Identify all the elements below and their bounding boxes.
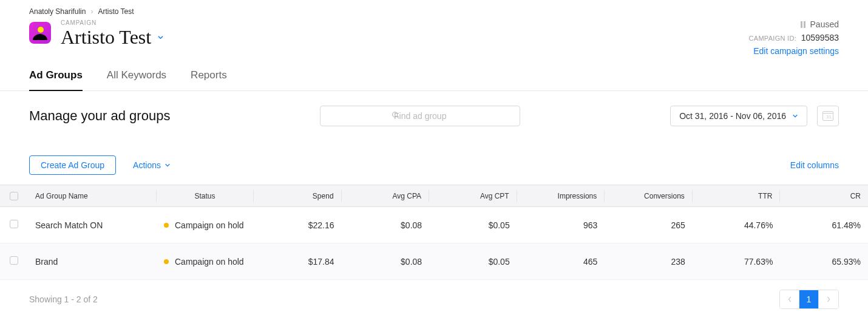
row-conversions: 265 <box>605 207 693 243</box>
pause-icon <box>801 21 805 28</box>
chevron-down-icon <box>164 162 171 168</box>
col-conversions[interactable]: Conversions <box>644 192 685 200</box>
tab-reports[interactable]: Reports <box>191 69 227 90</box>
col-status[interactable]: Status <box>194 192 215 200</box>
row-avg-cpa: $0.08 <box>342 207 430 243</box>
breadcrumb: Anatoly Sharifulin › Artisto Test <box>29 7 839 16</box>
date-range-button[interactable]: Oct 31, 2016 - Nov 06, 2016 <box>670 106 807 126</box>
search-wrap <box>320 106 520 126</box>
row-spend: $17.84 <box>254 243 342 280</box>
col-spend[interactable]: Spend <box>313 192 334 200</box>
col-avg-cpt[interactable]: Avg CPT <box>480 192 509 200</box>
table-row: Search Match ON Campaign on hold $22.16 … <box>0 207 868 243</box>
row-spend: $22.16 <box>254 207 342 243</box>
pager-next[interactable] <box>819 290 838 308</box>
row-cr: 65.93% <box>780 243 868 280</box>
col-cr[interactable]: CR <box>850 192 861 200</box>
row-avg-cpa: $0.08 <box>342 243 430 280</box>
search-input[interactable] <box>320 106 520 126</box>
row-cr: 61.48% <box>780 207 868 243</box>
svg-point-0 <box>393 112 398 117</box>
table-row: Brand Campaign on hold $17.84 $0.08 $0.0… <box>0 243 868 280</box>
row-ttr: 44.76% <box>693 207 781 243</box>
col-ttr[interactable]: TTR <box>758 192 772 200</box>
tab-ad-groups[interactable]: Ad Groups <box>29 69 83 91</box>
row-conversions: 238 <box>605 243 693 280</box>
section-title: Manage your ad groups <box>29 108 170 124</box>
col-avg-cpa[interactable]: Avg CPA <box>393 192 422 200</box>
row-impressions: 465 <box>517 243 605 280</box>
row-name[interactable]: Brand <box>35 257 58 267</box>
campaign-eyebrow: CAMPAIGN <box>61 19 749 26</box>
date-range-text: Oct 31, 2016 - Nov 06, 2016 <box>679 111 786 121</box>
calendar-button[interactable]: 31 <box>817 106 839 126</box>
row-ttr: 77.63% <box>693 243 781 280</box>
row-avg-cpt: $0.05 <box>429 207 517 243</box>
edit-campaign-settings-link[interactable]: Edit campaign settings <box>753 46 839 56</box>
select-all-checkbox[interactable] <box>10 192 18 200</box>
breadcrumb-campaign[interactable]: Artisto Test <box>98 7 134 16</box>
row-status: Campaign on hold <box>175 257 244 267</box>
col-name[interactable]: Ad Group Name <box>35 192 88 200</box>
campaign-id-label: CAMPAIGN ID: <box>749 35 797 42</box>
tab-all-keywords[interactable]: All Keywords <box>107 69 166 90</box>
status-dot-icon <box>164 259 169 264</box>
page-title: Artisto Test <box>61 26 151 49</box>
create-ad-group-button[interactable]: Create Ad Group <box>29 155 116 175</box>
tab-bar: Ad Groups All Keywords Reports <box>0 69 868 91</box>
chevron-down-icon <box>792 113 798 119</box>
chevron-right-icon: › <box>90 7 93 16</box>
breadcrumb-owner[interactable]: Anatoly Sharifulin <box>29 7 86 16</box>
row-status: Campaign on hold <box>175 220 244 230</box>
app-icon <box>29 22 51 44</box>
status-dot-icon <box>164 223 169 228</box>
actions-label: Actions <box>133 160 161 170</box>
actions-dropdown[interactable]: Actions <box>133 160 171 170</box>
campaign-status: Paused <box>810 19 839 29</box>
row-checkbox[interactable] <box>10 220 18 228</box>
row-impressions: 963 <box>517 207 605 243</box>
campaign-id-value: 10599583 <box>801 33 839 42</box>
row-avg-cpt: $0.05 <box>429 243 517 280</box>
search-icon <box>392 110 399 121</box>
campaign-dropdown[interactable] <box>157 32 164 43</box>
svg-line-1 <box>397 117 399 118</box>
showing-text: Showing 1 - 2 of 2 <box>29 294 98 304</box>
pager-page-1[interactable]: 1 <box>799 290 819 308</box>
row-checkbox[interactable] <box>10 256 18 265</box>
pager-prev[interactable] <box>780 290 799 308</box>
ad-groups-table: Ad Group Name Status Spend Avg CPA Avg C… <box>0 185 868 280</box>
row-name[interactable]: Search Match ON <box>35 220 103 230</box>
calendar-icon: 31 <box>822 111 833 121</box>
edit-columns-link[interactable]: Edit columns <box>790 160 839 170</box>
pager: 1 <box>779 290 839 309</box>
col-impressions[interactable]: Impressions <box>558 192 597 200</box>
